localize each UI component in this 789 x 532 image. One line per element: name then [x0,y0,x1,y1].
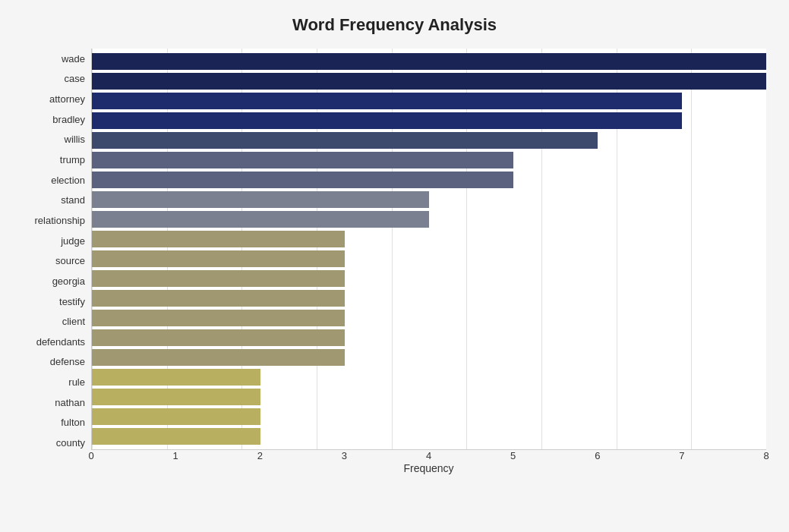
y-label: relationship [35,210,86,230]
x-tick-label: 8 [763,450,768,461]
bar [92,329,345,346]
bar [92,112,682,129]
bar [92,408,260,425]
chart-area: wadecaseattorneybradleywillistrumpelecti… [23,49,766,474]
x-tick-label: 0 [88,450,93,461]
y-label: rule [68,373,85,392]
bar-row [92,71,766,91]
y-label: willis [65,130,85,150]
bar-row [92,209,766,229]
y-label: client [62,312,85,332]
bar-row [92,269,766,288]
y-label: defense [50,352,85,372]
y-label: bradley [52,109,85,129]
bar-row [92,170,766,190]
bar-row [92,52,766,71]
bar [92,310,345,326]
y-label: election [51,170,85,190]
chart-container: Word Frequency Analysis wadecaseattorney… [0,0,789,532]
bar [92,73,766,90]
bar-row [92,91,766,111]
y-label: wade [62,49,85,68]
y-label: case [65,69,85,89]
x-tick-label: 6 [595,450,600,461]
x-tick-label: 1 [173,450,178,461]
bar [92,349,345,366]
bar-row [92,288,766,308]
bar [92,93,682,109]
bar-row [92,308,766,328]
bar [92,152,513,168]
y-label: trump [60,150,85,170]
x-tick-label: 2 [257,450,263,461]
bar-row [92,111,766,131]
x-axis-title: Frequency [91,462,766,474]
bar [92,132,598,149]
bar [92,250,345,267]
bar-row [92,190,766,209]
x-tick-label: 3 [342,450,347,461]
bar [92,191,429,208]
y-label: source [55,251,85,271]
bar [92,428,260,445]
bar-row [92,348,766,367]
bar-row [92,150,766,170]
bar [92,172,513,188]
y-label: judge [61,231,85,250]
bar [92,211,429,228]
y-label: nathan [55,392,85,412]
bars-wrapper [91,49,766,450]
x-tick-label: 4 [426,450,431,461]
bar-row [92,131,766,150]
bar [92,231,345,247]
bar [92,290,345,307]
y-labels: wadecaseattorneybradleywillistrumpelecti… [23,49,91,474]
x-tick-label: 5 [510,450,516,461]
bar-row [92,328,766,348]
chart-title: Word Frequency Analysis [23,15,766,35]
y-label: testify [59,291,85,311]
bar-row [92,427,766,446]
x-tick-label: 7 [679,450,684,461]
bar-row [92,407,766,427]
y-label: defendants [36,332,85,351]
x-axis: 012345678 [91,450,766,459]
bars-and-axes: 012345678 Frequency [91,49,766,474]
y-label: stand [61,190,85,210]
y-label: fulton [61,413,85,433]
bar [92,53,766,70]
bar-row [92,229,766,249]
y-label: georgia [52,271,85,291]
bar-row [92,367,766,387]
bar [92,270,345,287]
bar-row [92,249,766,269]
bar [92,389,260,405]
bar-row [92,387,766,407]
bar [92,369,260,386]
y-label: county [56,433,85,452]
y-label: attorney [49,90,85,109]
